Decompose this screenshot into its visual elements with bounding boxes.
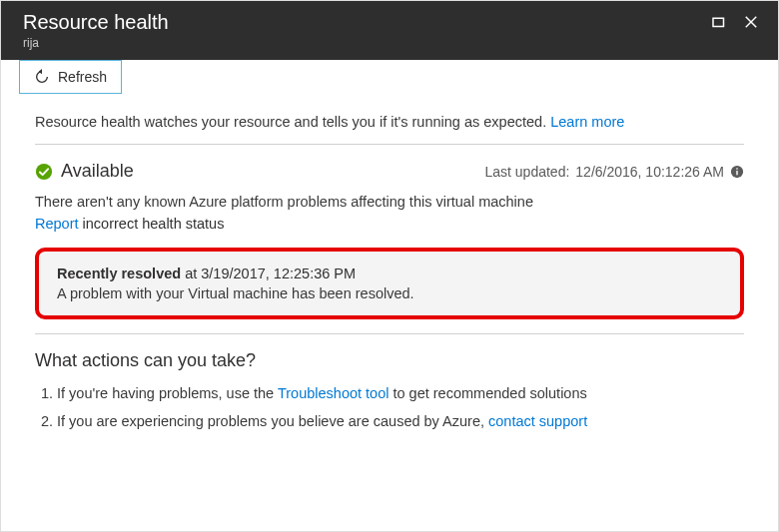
status-left: Available bbox=[35, 161, 134, 182]
svg-point-4 bbox=[36, 163, 52, 179]
resolved-message: A problem with your Virtual machine has … bbox=[57, 285, 722, 301]
resolved-title: Recently resolved at 3/19/2017, 12:25:36… bbox=[57, 266, 722, 281]
intro-body: Resource health watches your resource an… bbox=[35, 114, 550, 130]
contact-support-link[interactable]: contact support bbox=[488, 413, 587, 429]
svg-rect-6 bbox=[736, 170, 737, 174]
intro-text: Resource health watches your resource an… bbox=[35, 114, 744, 130]
list-item: If you are experiencing problems you bel… bbox=[57, 413, 744, 429]
learn-more-link[interactable]: Learn more bbox=[550, 114, 624, 130]
refresh-icon bbox=[34, 69, 50, 85]
header-actions bbox=[710, 13, 760, 31]
action-post: to get recommended solutions bbox=[389, 385, 586, 401]
content-area: Resource health watches your resource an… bbox=[1, 94, 778, 461]
action-pre: If you are experiencing problems you bel… bbox=[57, 413, 488, 429]
svg-rect-7 bbox=[736, 168, 737, 169]
problem-description: There aren't any known Azure platform pr… bbox=[35, 194, 744, 210]
header-titles: Resource health rija bbox=[23, 11, 169, 50]
restore-window-icon[interactable] bbox=[710, 13, 728, 31]
svg-marker-3 bbox=[39, 69, 42, 74]
troubleshoot-tool-link[interactable]: Troubleshoot tool bbox=[278, 385, 390, 401]
last-updated-value: 12/6/2016, 10:12:26 AM bbox=[575, 164, 724, 180]
info-icon[interactable] bbox=[730, 165, 744, 179]
refresh-button[interactable]: Refresh bbox=[19, 60, 122, 94]
resolved-at-prefix: at bbox=[181, 266, 201, 281]
resolved-label: Recently resolved bbox=[57, 266, 181, 281]
report-text: incorrect health status bbox=[79, 216, 225, 232]
action-pre: If you're having problems, use the bbox=[57, 385, 278, 401]
divider bbox=[35, 144, 744, 145]
recently-resolved-panel: Recently resolved at 3/19/2017, 12:25:36… bbox=[35, 248, 744, 319]
close-icon[interactable] bbox=[742, 13, 760, 31]
refresh-label: Refresh bbox=[58, 69, 107, 85]
status-row: Available Last updated: 12/6/2016, 10:12… bbox=[35, 161, 744, 182]
page-title: Resource health bbox=[23, 11, 169, 34]
resolved-timestamp: 3/19/2017, 12:25:36 PM bbox=[201, 266, 356, 281]
last-updated: Last updated: 12/6/2016, 10:12:26 AM bbox=[484, 164, 744, 180]
last-updated-prefix: Last updated: bbox=[484, 164, 569, 180]
report-line: Report incorrect health status bbox=[35, 216, 744, 232]
status-label: Available bbox=[61, 161, 134, 182]
resource-name: rija bbox=[23, 36, 169, 50]
actions-heading: What actions can you take? bbox=[35, 350, 744, 371]
report-link[interactable]: Report bbox=[35, 216, 79, 232]
actions-list: If you're having problems, use the Troub… bbox=[35, 385, 744, 429]
toolbar: Refresh bbox=[1, 60, 778, 94]
list-item: If you're having problems, use the Troub… bbox=[57, 385, 744, 401]
divider bbox=[35, 333, 744, 334]
svg-rect-0 bbox=[713, 18, 724, 26]
check-circle-icon bbox=[35, 163, 53, 181]
blade-header: Resource health rija bbox=[1, 1, 778, 60]
